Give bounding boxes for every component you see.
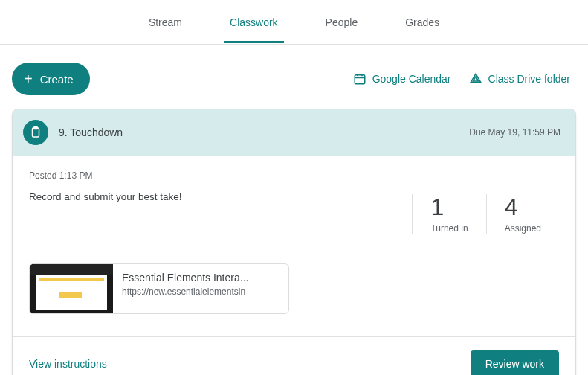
assignment-due: Due May 19, 11:59 PM	[469, 127, 560, 138]
drive-link-label: Class Drive folder	[488, 73, 570, 85]
stat-turned-in[interactable]: 1 Turned in	[412, 194, 485, 234]
google-calendar-link[interactable]: Google Calendar	[353, 72, 451, 86]
tab-grades[interactable]: Grades	[399, 1, 445, 43]
create-button-label: Create	[40, 73, 74, 86]
assignment-icon	[23, 120, 48, 145]
assignment-stats: 1 Turned in 4 Assigned	[412, 191, 559, 234]
assignment-description: Record and submit your best take!	[29, 191, 412, 202]
assignment-card: 9. Touchdown Due May 19, 11:59 PM Posted…	[12, 109, 576, 375]
calendar-link-label: Google Calendar	[372, 73, 451, 85]
svg-rect-0	[355, 75, 365, 84]
assignment-footer: View instructions Review work	[13, 336, 575, 375]
attachment-thumbnail	[30, 264, 113, 313]
assigned-label: Assigned	[505, 223, 541, 234]
toolbar-links: Google Calendar Class Drive folder	[353, 72, 570, 86]
plus-icon: +	[24, 71, 33, 86]
stat-assigned[interactable]: 4 Assigned	[486, 194, 559, 234]
assignment-title: 9. Touchdown	[59, 126, 123, 138]
turned-in-count: 1	[430, 194, 468, 220]
tab-classwork[interactable]: Classwork	[224, 1, 284, 43]
main-tabs: Stream Classwork People Grades	[0, 0, 588, 45]
toolbar: + Create Google Calendar Class Drive fol…	[0, 45, 588, 109]
assignment-header-left: 9. Touchdown	[23, 120, 123, 145]
create-button[interactable]: + Create	[12, 62, 90, 95]
calendar-icon	[353, 72, 366, 86]
posted-time: Posted 1:13 PM	[29, 170, 559, 181]
assignment-header[interactable]: 9. Touchdown Due May 19, 11:59 PM	[13, 109, 575, 156]
attachment-url: https://new.essentialelementsin	[122, 286, 248, 297]
turned-in-label: Turned in	[430, 223, 468, 234]
attachment-card[interactable]: Essential Elements Intera... https://new…	[29, 263, 289, 314]
assignment-body: Posted 1:13 PM Record and submit your be…	[13, 156, 575, 314]
attachment-title: Essential Elements Intera...	[122, 272, 248, 283]
view-instructions-link[interactable]: View instructions	[29, 358, 107, 370]
class-drive-link[interactable]: Class Drive folder	[469, 72, 570, 86]
tab-stream[interactable]: Stream	[143, 1, 188, 43]
svg-rect-7	[34, 127, 38, 129]
tab-people[interactable]: People	[320, 1, 364, 43]
review-work-button[interactable]: Review work	[471, 350, 559, 375]
assigned-count: 4	[505, 194, 541, 220]
attachment-info: Essential Elements Intera... https://new…	[113, 264, 257, 313]
drive-icon	[469, 72, 482, 86]
